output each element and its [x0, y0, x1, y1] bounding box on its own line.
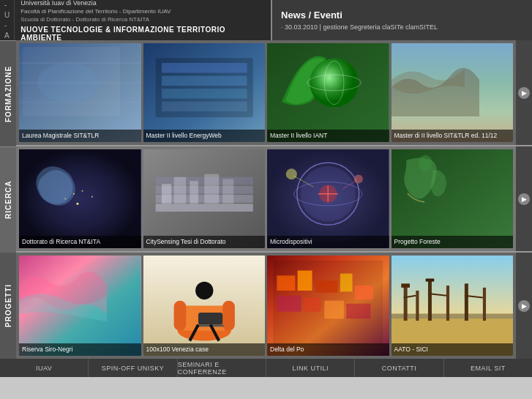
header-left: I - U - A V Università Iuav di Venezia F…: [0, 0, 271, 40]
svg-rect-30: [190, 181, 198, 204]
card-formazione-1[interactable]: Laurea Magistrale SIT&TLR: [19, 43, 141, 142]
nav-iuav[interactable]: IUAV: [0, 359, 89, 377]
svg-rect-71: [401, 283, 410, 287]
svg-rect-59: [298, 271, 312, 291]
card-progetti-4-bg: [391, 256, 514, 356]
news-title: News / Eventi: [281, 10, 523, 20]
card-ricerca-3-bg: [267, 149, 389, 248]
card-ricerca-1-bg: [19, 149, 141, 248]
svg-rect-63: [277, 296, 301, 312]
ricerca-arrow[interactable]: ▶: [516, 146, 532, 251]
progetti-cards: Riserva Siro-Negri: [16, 253, 516, 359]
svg-rect-65: [324, 301, 344, 319]
content-area: Laurea Magistrale SIT&TLR: [16, 40, 532, 359]
header-title-block: Università Iuav di Venezia Facoltà di Pi…: [15, 0, 271, 40]
svg-point-21: [64, 198, 66, 200]
nav-seminari[interactable]: SEMINARI E CONFERENZE: [178, 359, 266, 377]
card-progetti-2-label: 100x100 Venezia case: [143, 343, 266, 356]
svg-rect-49: [173, 301, 186, 331]
progetti-label: PROGETTI: [0, 253, 16, 359]
logo-letter-dash2: -: [4, 20, 10, 31]
formazione-arrow[interactable]: ▶: [516, 40, 532, 145]
svg-rect-61: [340, 274, 353, 292]
progetti-row: Riserva Siro-Negri: [16, 253, 532, 359]
svg-rect-52: [198, 313, 222, 324]
card-ricerca-4-bg: [391, 149, 514, 248]
card-ricerca-1[interactable]: Dottorato di Ricerca NT&ITA: [19, 149, 141, 248]
svg-point-20: [76, 203, 78, 205]
svg-rect-72: [416, 291, 419, 321]
main-content: FORMAZIONE RICERCA PROGETTI: [0, 40, 532, 359]
header-right: News / Eventi · 30.03.2010 | gestione Se…: [271, 0, 532, 40]
logo-letter-dash1: -: [4, 0, 10, 10]
svg-rect-75: [446, 286, 449, 321]
logo-letter-u: U: [4, 10, 10, 20]
left-labels: FORMAZIONE RICERCA PROGETTI: [0, 40, 16, 359]
card-progetti-1-label: Riserva Siro-Negri: [19, 343, 141, 356]
logo-letters: I - U - A V: [0, 0, 15, 40]
svg-point-22: [91, 196, 93, 198]
svg-rect-70: [403, 286, 407, 321]
svg-rect-58: [277, 275, 295, 291]
card-formazione-4[interactable]: Master di II livello SIT&TLR ed. 11/12: [391, 43, 514, 142]
card-ricerca-2[interactable]: CitySensing Tesi di Dottorato: [143, 149, 266, 248]
formazione-cards: Laurea Magistrale SIT&TLR: [16, 40, 516, 145]
card-progetti-3-bg: [267, 256, 389, 356]
card-ricerca-3-label: Microdispositivi: [267, 236, 389, 248]
nav-email[interactable]: EMAIL SIT: [444, 359, 532, 377]
card-ricerca-2-label: CitySensing Tesi di Dottorato: [143, 236, 266, 248]
nav-spinoff[interactable]: SPIN-OFF UNISKY: [89, 359, 177, 377]
svg-point-39: [354, 174, 363, 183]
svg-point-5: [37, 63, 98, 102]
header: I - U - A V Università Iuav di Venezia F…: [0, 0, 532, 40]
card-formazione-3-bg: [267, 43, 389, 142]
card-progetti-4[interactable]: AATO - SICI: [391, 256, 514, 356]
card-formazione-2[interactable]: Master II livello EnergyWeb: [143, 43, 266, 142]
svg-rect-24: [155, 204, 252, 212]
svg-rect-28: [161, 184, 171, 204]
university-name: Università Iuav di Venezia: [20, 0, 265, 7]
svg-point-19: [82, 190, 83, 192]
svg-rect-73: [427, 280, 431, 321]
nav-link[interactable]: LINK UTILI: [266, 359, 355, 377]
card-formazione-1-bg: [19, 43, 141, 142]
svg-point-18: [73, 193, 75, 195]
card-progetti-1-bg: [19, 256, 141, 356]
card-progetti-2-bg: [143, 256, 266, 356]
card-ricerca-4[interactable]: Progetto Foreste: [391, 149, 514, 248]
card-ricerca-3[interactable]: Microdispositivi: [267, 149, 389, 248]
ricerca-cards: Dottorato di Ricerca NT&ITA: [16, 146, 516, 251]
card-progetti-1[interactable]: Riserva Siro-Negri: [19, 256, 141, 356]
svg-rect-77: [482, 288, 485, 321]
card-progetti-4-label: AATO - SICI: [391, 343, 514, 356]
card-formazione-1-label: Laurea Magistrale SIT&TLR: [19, 130, 141, 142]
card-progetti-3[interactable]: Delta del Po: [267, 256, 389, 356]
svg-rect-60: [316, 280, 338, 292]
svg-rect-50: [222, 301, 235, 331]
progetti-arrow-icon: ▶: [518, 300, 530, 312]
formazione-row: Laurea Magistrale SIT&TLR: [16, 40, 532, 146]
footer-nav: IUAV SPIN-OFF UNISKY SEMINARI E CONFEREN…: [0, 359, 532, 377]
progetti-arrow[interactable]: ▶: [516, 253, 532, 359]
svg-rect-76: [464, 283, 468, 321]
card-progetti-3-label: Delta del Po: [267, 343, 389, 356]
svg-rect-10: [161, 89, 247, 99]
card-progetti-2[interactable]: 100x100 Venezia case: [143, 256, 266, 356]
card-ricerca-2-bg: [143, 149, 266, 248]
svg-rect-31: [204, 174, 219, 204]
svg-point-13: [310, 59, 359, 108]
svg-rect-29: [173, 177, 186, 204]
svg-rect-32: [222, 179, 233, 204]
dept-name: Facoltà di Pianificazione del Territorio…: [20, 7, 265, 15]
ricerca-label: RICERCA: [0, 146, 16, 253]
svg-rect-8: [161, 63, 247, 73]
logo-letter-a: A: [4, 31, 10, 41]
ricerca-row: Dottorato di Ricerca NT&ITA: [16, 146, 532, 253]
nav-contatti[interactable]: CONTATTI: [355, 359, 443, 377]
school-name: Scuola di Dottorato - Dottorato di Ricer…: [20, 15, 265, 23]
card-formazione-2-bg: [143, 43, 266, 142]
card-ricerca-1-label: Dottorato di Ricerca NT&ITA: [19, 236, 141, 248]
card-ricerca-4-label: Progetto Foreste: [391, 236, 514, 248]
svg-rect-9: [161, 76, 247, 86]
card-formazione-3[interactable]: Master II livello IANT: [267, 43, 389, 142]
